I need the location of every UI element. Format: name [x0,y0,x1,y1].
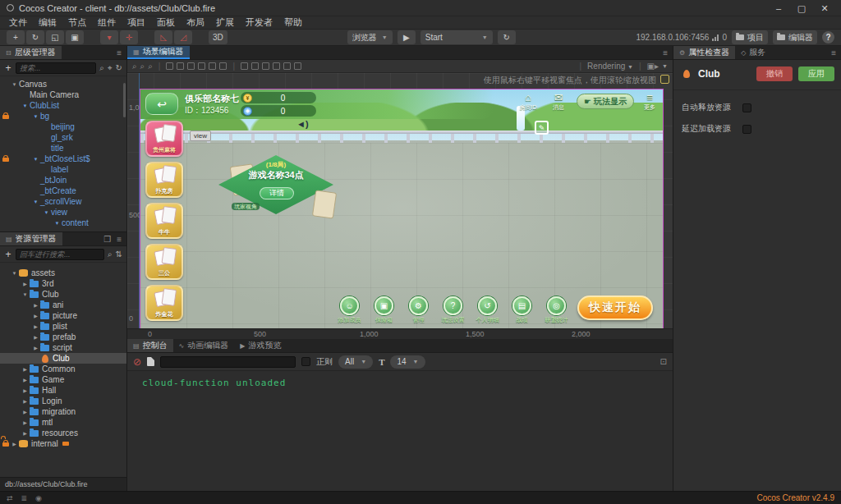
hierarchy-row[interactable]: ▼_scrollView [0,196,126,207]
tree-arrow-icon[interactable]: ▶ [21,366,30,372]
tree-arrow-icon[interactable]: ▼ [31,114,40,119]
more-button[interactable]: ≡ 更多 [640,92,659,112]
hierarchy-row[interactable]: label [0,164,126,175]
search-icon[interactable]: ⌕ [108,250,113,259]
preview-target-select[interactable]: 浏览器▼ [347,30,393,44]
tree-arrow-icon[interactable]: ▶ [21,281,30,286]
tab-service[interactable]: ◇服务 [735,46,771,59]
game-card[interactable]: 扑克房 [145,162,183,198]
tab-panel[interactable]: ▶游戏预览 [234,339,287,352]
notepad-icon[interactable] [660,75,669,84]
asset-row[interactable]: ▶Common [0,364,126,374]
hierarchy-row[interactable]: gl_srk [0,132,126,143]
zoom-out-icon[interactable]: ⌕ [140,62,145,71]
panel-menu-icon[interactable]: ≡ [117,235,122,244]
scale-tool-icon[interactable]: ◱ [46,30,64,44]
refresh-preview-button[interactable]: ↻ [498,30,516,44]
duplicate-panel-icon[interactable]: ❐ [103,235,111,244]
search-icon[interactable]: ⌕ [99,63,104,73]
tree-arrow-icon[interactable]: ▼ [31,157,40,162]
tree-arrow-icon[interactable]: ▶ [21,409,30,415]
game-action-button[interactable]: ▣保险箱 [370,296,398,324]
hierarchy-row[interactable]: title [0,143,126,153]
asset-row[interactable]: ▶resources [0,428,126,438]
distribute-icon[interactable] [283,62,291,70]
log-level-select[interactable]: All▼ [338,355,373,369]
pivot-toggle-icon[interactable]: ▾ [100,30,118,44]
prop-checkbox[interactable] [742,103,751,112]
tree-arrow-icon[interactable]: ▼ [31,199,40,204]
menu-item[interactable]: 编辑 [33,16,62,29]
room-id-button[interactable]: ⌂ 房间ID [516,92,540,112]
align-icon[interactable] [209,62,216,70]
tree-arrow-icon[interactable]: ▼ [42,210,51,215]
tree-arrow-icon[interactable]: ▼ [10,82,19,87]
menu-item[interactable]: 面板 [151,16,181,29]
asset-row[interactable]: ▶3rd [0,278,126,289]
tree-arrow-icon[interactable]: ▶ [21,377,30,383]
menu-item[interactable]: 节点 [62,16,92,29]
maximize-button[interactable]: ▢ [790,0,813,16]
menu-item[interactable]: 扩展 [210,16,240,29]
game-table[interactable]: (1/8局) 游戏名称34点 详情 玩家视角 [218,149,333,227]
align-icon[interactable] [166,62,173,70]
tab-hierarchy[interactable]: ⊟ 层级管理器 [0,46,62,59]
asset-row[interactable]: ▶plist [0,321,126,332]
tree-arrow-icon[interactable]: ▶ [31,345,40,351]
game-card[interactable]: 牛牛 [145,203,183,239]
open-project-button[interactable]: 项目 [732,30,768,44]
tree-arrow-icon[interactable]: ▶ [10,441,19,447]
hierarchy-row[interactable]: beijing [0,121,126,132]
distribute-icon[interactable] [294,62,301,70]
expand-icon[interactable]: ⊡ [660,357,667,366]
align-icon[interactable] [187,62,195,70]
view-node-gizmo[interactable]: view [190,131,211,141]
log-file-icon[interactable] [147,357,154,366]
hierarchy-row[interactable]: Main Camera [0,89,126,100]
tree-arrow-icon[interactable]: ▶ [21,419,30,425]
asset-row[interactable]: Club [0,353,126,364]
tree-arrow-icon[interactable]: ▶ [31,334,40,340]
move-tool-icon[interactable]: + [7,30,25,44]
rect-tool-icon[interactable]: ▣ [66,30,84,44]
panel-menu-icon[interactable]: ≡ [826,46,841,59]
tree-arrow-icon[interactable]: ▼ [10,271,19,276]
hierarchy-row[interactable]: ▼bg [0,111,126,121]
game-action-button[interactable]: ↺个人明细 [474,296,501,324]
hierarchy-row[interactable]: ▼Canvas [0,79,126,89]
tree-arrow-icon[interactable]: ▶ [31,313,40,318]
assets-search-input[interactable] [16,249,104,260]
locate-icon[interactable]: ⌖ [108,63,113,73]
scene-viewport[interactable]: 使用鼠标右键平移视窗焦点，使用滚轮缩放视图 1,05000 ↩ 俱乐部名称七 [127,73,673,339]
distribute-icon[interactable] [251,62,259,70]
game-action-button[interactable]: ☺添加成员 [336,296,363,324]
hierarchy-row[interactable]: ▼view [0,207,126,218]
minimize-button[interactable]: – [767,0,790,16]
game-card[interactable]: 炸金花 [145,285,183,321]
menu-item[interactable]: 组件 [92,16,122,29]
hierarchy-row[interactable]: ▼ClubList [0,100,126,111]
game-card[interactable]: 贵州麻将 [145,121,183,157]
tree-arrow-icon[interactable]: ▼ [53,221,62,226]
tree-arrow-icon[interactable]: ▼ [21,103,30,108]
menu-item[interactable]: 开发者 [240,16,278,29]
tab-console[interactable]: ▤控制台 [127,339,173,352]
game-action-button[interactable]: ?玩法设置 [439,296,466,324]
tree-arrow-icon[interactable]: ▶ [21,430,30,436]
asset-row[interactable]: ▶picture [0,310,126,321]
play-display-button[interactable]: ☛ 玩法显示 [577,94,634,109]
asset-row[interactable]: ▶prefab [0,332,126,342]
asset-row[interactable]: ▶Hall [0,385,126,396]
tree-arrow-icon[interactable]: ▼ [21,292,30,297]
hierarchy-search-input[interactable] [16,62,96,74]
revert-button[interactable]: 撤销 [756,66,793,81]
asset-row[interactable]: ▶Login [0,396,126,406]
panel-menu-icon[interactable]: ≡ [663,48,668,57]
rendering-select[interactable]: Rendering ▼ [587,62,633,71]
hierarchy-row[interactable]: ▼content [0,218,126,228]
font-size-select[interactable]: 14▼ [390,355,425,369]
detail-button[interactable]: 详情 [260,187,294,199]
hierarchy-row[interactable]: ▼_btCloseList$ [0,153,126,164]
prop-checkbox[interactable] [742,125,751,134]
help-button[interactable]: ? [822,31,834,44]
